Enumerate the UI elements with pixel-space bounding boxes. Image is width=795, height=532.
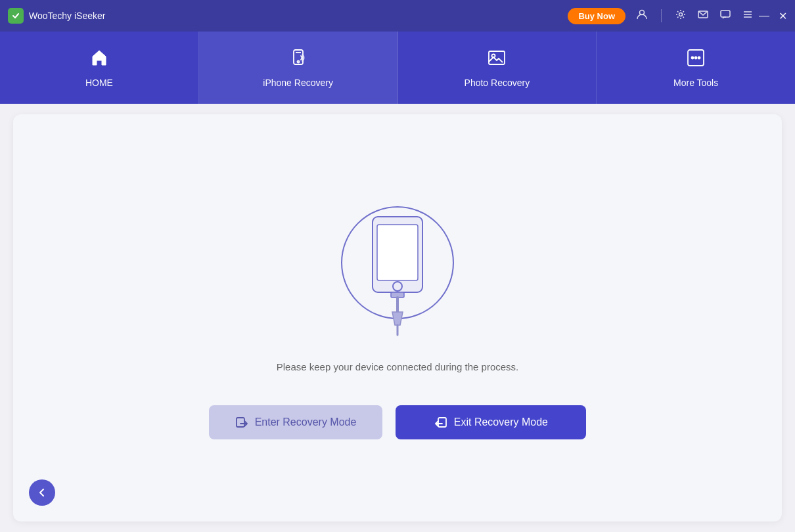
nav-item-more-tools[interactable]: More Tools <box>597 32 795 104</box>
svg-rect-0 <box>11 11 21 21</box>
status-text: Please keep your device connected during… <box>277 361 519 372</box>
divider <box>661 9 662 22</box>
nav-bar: HOME iPhone Recovery Photo Recovery <box>0 32 795 104</box>
buy-now-button[interactable]: Buy Now <box>568 8 625 24</box>
chat-icon[interactable] <box>719 9 731 23</box>
svg-point-2 <box>679 13 683 16</box>
user-icon[interactable] <box>636 9 648 23</box>
titlebar-icons <box>636 9 754 23</box>
minimize-button[interactable]: — <box>759 10 769 22</box>
nav-label-home: HOME <box>85 78 113 88</box>
nav-label-iphone-recovery: iPhone Recovery <box>263 78 333 88</box>
more-tools-icon <box>686 48 706 72</box>
title-bar: WooTechy iSeeker Buy Now <box>0 0 795 32</box>
svg-point-15 <box>698 56 700 58</box>
buttons-row: Enter Recovery Mode Exit Recovery Mode <box>209 405 587 439</box>
svg-point-14 <box>695 56 697 58</box>
enter-recovery-mode-button[interactable]: Enter Recovery Mode <box>209 405 383 439</box>
nav-item-photo-recovery[interactable]: Photo Recovery <box>398 32 597 104</box>
app-title: WooTechy iSeeker <box>29 11 568 21</box>
nav-label-photo-recovery: Photo Recovery <box>465 78 530 88</box>
svg-point-13 <box>692 56 694 58</box>
mail-icon[interactable] <box>697 9 709 23</box>
home-icon <box>89 48 109 72</box>
close-button[interactable]: ✕ <box>779 10 787 22</box>
nav-item-iphone-recovery[interactable]: iPhone Recovery <box>199 32 398 104</box>
back-button[interactable] <box>29 479 55 506</box>
menu-icon[interactable] <box>742 9 754 23</box>
nav-item-home[interactable]: HOME <box>0 32 199 104</box>
svg-rect-4 <box>721 11 730 17</box>
svg-rect-23 <box>237 418 244 427</box>
main-content: Please keep your device connected during… <box>13 114 782 521</box>
svg-rect-18 <box>377 225 418 280</box>
svg-rect-24 <box>438 418 446 427</box>
device-illustration <box>325 197 470 342</box>
nav-label-more-tools: More Tools <box>673 78 718 88</box>
iphone-recovery-icon <box>288 48 308 72</box>
svg-point-9 <box>297 60 299 62</box>
app-logo <box>8 8 24 24</box>
window-controls: — ✕ <box>759 10 787 22</box>
gear-icon[interactable] <box>675 9 687 23</box>
photo-recovery-icon <box>487 48 507 72</box>
exit-recovery-mode-button[interactable]: Exit Recovery Mode <box>396 405 586 439</box>
